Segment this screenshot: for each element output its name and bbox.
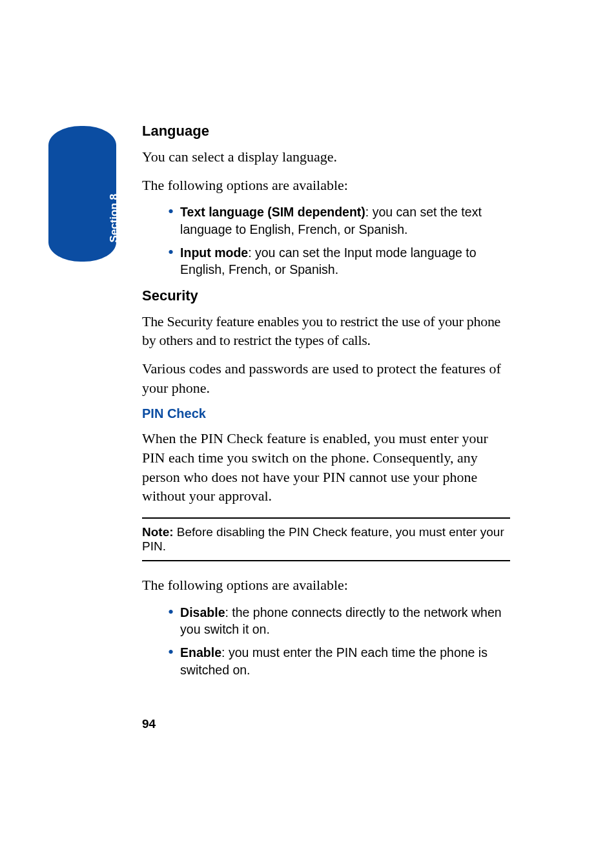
page-number: 94 <box>142 717 156 731</box>
pin-bullet-list: • Disable: the phone connects directly t… <box>168 604 510 678</box>
bullet-bold-label: Enable <box>180 645 221 660</box>
note-rest: Before disabling the PIN Check feature, … <box>142 525 504 553</box>
section-tab: Section 8 <box>48 126 116 262</box>
bullet-icon: • <box>168 604 174 621</box>
note-bold-label: Note: <box>142 525 177 539</box>
bullet-rest: : the phone connects directly to the net… <box>180 605 502 636</box>
bullet-icon: • <box>168 244 174 261</box>
security-paragraph-2: Various codes and passwords are used to … <box>142 359 510 397</box>
language-bullet-list: • Text language (SIM dependent): you can… <box>168 203 510 278</box>
bullet-bold-label: Text language (SIM dependent) <box>180 205 365 219</box>
heading-security: Security <box>142 287 510 304</box>
list-item: • Disable: the phone connects directly t… <box>168 604 510 638</box>
bullet-content: Input mode: you can set the Input mode l… <box>180 244 510 278</box>
bullet-content: Disable: the phone connects directly to … <box>180 604 510 638</box>
security-paragraph-1: The Security feature enables you to rest… <box>142 312 510 350</box>
bullet-content: Enable: you must enter the PIN each time… <box>180 644 510 678</box>
list-item: • Text language (SIM dependent): you can… <box>168 203 510 238</box>
language-paragraph-2: The following options are available: <box>142 176 510 195</box>
subheading-pin-check: PIN Check <box>142 406 510 421</box>
bullet-bold-label: Input mode <box>180 245 248 260</box>
content-area: Language You can select a display langua… <box>142 123 510 687</box>
bullet-rest: : you must enter the PIN each time the p… <box>180 645 488 676</box>
heading-language: Language <box>142 123 510 140</box>
note-box: Note: Before disabling the PIN Check fea… <box>142 517 510 561</box>
pin-paragraph-2: The following options are available: <box>142 576 510 595</box>
bullet-icon: • <box>168 644 174 661</box>
section-tab-label: Section 8 <box>108 194 121 243</box>
language-paragraph-1: You can select a display language. <box>142 147 510 167</box>
note-content: Note: Before disabling the PIN Check fea… <box>142 525 504 553</box>
bullet-bold-label: Disable <box>180 605 225 619</box>
bullet-content: Text language (SIM dependent): you can s… <box>180 203 510 238</box>
bullet-icon: • <box>168 203 174 220</box>
pin-paragraph-1: When the PIN Check feature is enabled, y… <box>142 429 510 506</box>
list-item: • Enable: you must enter the PIN each ti… <box>168 644 510 678</box>
list-item: • Input mode: you can set the Input mode… <box>168 244 510 278</box>
